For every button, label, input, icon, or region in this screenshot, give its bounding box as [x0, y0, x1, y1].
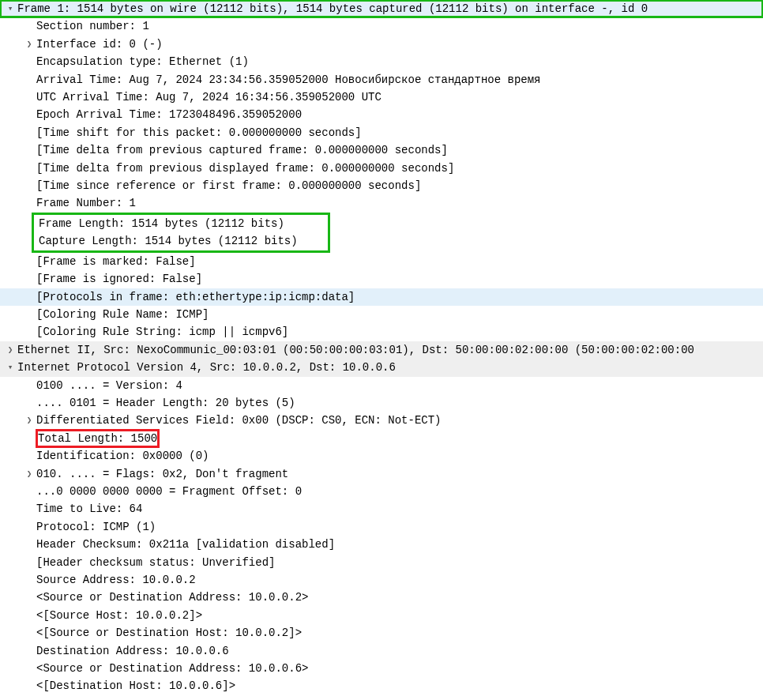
tree-item-selected[interactable]: [Protocols in frame: eth:ethertype:ip:ic…	[0, 288, 763, 306]
frame-summary: Frame 1: 1514 bytes on wire (12112 bits)…	[17, 2, 648, 15]
tree-item-ipv4[interactable]: ▾ Internet Protocol Version 4, Src: 10.0…	[0, 359, 763, 376]
field-ip-dsfield: Differentiated Services Field: 0x00 (DSC…	[36, 414, 441, 427]
tree-item[interactable]: UTC Arrival Time: Aug 7, 2024 16:34:56.3…	[0, 88, 763, 106]
field-encapsulation: Encapsulation type: Ethernet (1)	[36, 55, 249, 68]
field-ip-identification: Identification: 0x0000 (0)	[36, 450, 209, 462]
field-ip-flags: 010. .... = Flags: 0x2, Don't fragment	[36, 468, 288, 480]
chevron-right-icon[interactable]: ❯	[24, 467, 35, 481]
field-ip-src-or-dst-addr: <Source or Destination Address: 10.0.0.2…	[36, 591, 308, 604]
chevron-right-icon[interactable]: ❯	[24, 37, 35, 51]
field-ip-fragment-offset: ...0 0000 0000 0000 = Fragment Offset: 0	[36, 485, 302, 498]
tree-item[interactable]: [Coloring Rule Name: ICMP]	[0, 306, 763, 323]
chevron-down-icon[interactable]: ▾	[5, 2, 16, 16]
field-time-shift: [Time shift for this packet: 0.000000000…	[36, 126, 362, 139]
tree-item-frame[interactable]: ▾ Frame 1: 1514 bytes on wire (12112 bit…	[0, 0, 763, 17]
field-coloring-string: [Coloring Rule String: icmp || icmpv6]	[36, 326, 288, 338]
field-time-delta-captured: [Time delta from previous captured frame…	[36, 144, 448, 156]
tree-item-ethernet[interactable]: ❯ Ethernet II, Src: NexoCommunic_00:03:0…	[0, 341, 763, 359]
chevron-right-icon[interactable]: ❯	[24, 413, 35, 427]
chevron-down-icon[interactable]: ▾	[5, 360, 16, 374]
ethernet-summary: Ethernet II, Src: NexoCommunic_00:03:01 …	[17, 344, 694, 356]
tree-item[interactable]: Frame Number: 1	[0, 194, 763, 212]
tree-item[interactable]: [Time delta from previous captured frame…	[0, 141, 763, 159]
tree-item[interactable]: Identification: 0x0000 (0)	[0, 447, 763, 465]
field-coloring-name: [Coloring Rule Name: ICMP]	[36, 308, 209, 321]
field-frame-number: Frame Number: 1	[36, 197, 136, 209]
tree-item-interface-id[interactable]: ❯ Interface id: 0 (-)	[0, 36, 763, 53]
tree-item[interactable]: .... 0101 = Header Length: 20 bytes (5)	[0, 394, 763, 412]
field-ip-src-host: <[Source Host: 10.0.0.2]>	[36, 609, 202, 622]
tree-item[interactable]: <Source or Destination Address: 10.0.0.6…	[0, 660, 763, 677]
packet-details-pane: ▾ Frame 1: 1514 bytes on wire (12112 bit…	[0, 0, 763, 700]
field-ip-src-or-dst-host: <[Source or Destination Host: 10.0.0.2]>	[36, 627, 302, 639]
tree-item[interactable]: <[Destination Host: 10.0.0.6]>	[0, 677, 763, 694]
tree-item[interactable]: ...0 0000 0000 0000 = Fragment Offset: 0	[0, 483, 763, 500]
tree-item[interactable]: Time to Live: 64	[0, 500, 763, 517]
field-interface-id: Interface id: 0 (-)	[36, 38, 163, 51]
tree-item[interactable]: Total Length: 1500	[0, 430, 763, 447]
field-frame-marked: [Frame is marked: False]	[36, 255, 196, 268]
field-ip-dst-host: <[Destination Host: 10.0.0.6]>	[36, 679, 235, 692]
field-ip-protocol: Protocol: ICMP (1)	[36, 521, 156, 533]
tree-item[interactable]: Header Checksum: 0x211a [validation disa…	[0, 536, 763, 553]
tree-item[interactable]: [Time shift for this packet: 0.000000000…	[0, 124, 763, 141]
field-ip-header-length: .... 0101 = Header Length: 20 bytes (5)	[36, 397, 295, 409]
field-ip-ttl: Time to Live: 64	[36, 502, 142, 515]
field-time-delta-displayed: [Time delta from previous displayed fram…	[36, 162, 454, 175]
field-frame-ignored: [Frame is ignored: False]	[36, 273, 202, 285]
field-ip-src-or-dst-addr: <Source or Destination Address: 10.0.0.6…	[36, 662, 308, 675]
field-epoch-arrival-time: Epoch Arrival Time: 1723048496.359052000	[36, 108, 302, 121]
tree-item[interactable]: Arrival Time: Aug 7, 2024 23:34:56.35905…	[0, 71, 763, 88]
tree-item[interactable]: [Time since reference or first frame: 0.…	[0, 177, 763, 194]
tree-item[interactable]: [Time delta from previous displayed fram…	[0, 160, 763, 177]
highlight-box-frame-length: Frame Length: 1514 bytes (12112 bits) Ca…	[32, 213, 330, 253]
field-ip-checksum: Header Checksum: 0x211a [validation disa…	[36, 538, 335, 551]
tree-item[interactable]: Protocol: ICMP (1)	[0, 518, 763, 536]
tree-item[interactable]: Capture Length: 1514 bytes (12112 bits)	[39, 232, 328, 250]
tree-item[interactable]: Source Address: 10.0.0.2	[0, 571, 763, 589]
tree-scroll[interactable]: ▾ Frame 1: 1514 bytes on wire (12112 bit…	[0, 0, 763, 700]
field-ip-src-addr: Source Address: 10.0.0.2	[36, 574, 196, 586]
field-ip-dst-addr: Destination Address: 10.0.0.6	[36, 645, 229, 657]
field-ip-checksum-status: [Header checksum status: Unverified]	[36, 556, 275, 569]
field-utc-arrival-time: UTC Arrival Time: Aug 7, 2024 16:34:56.3…	[36, 91, 382, 103]
tree-item[interactable]: [Frame is marked: False]	[0, 253, 763, 270]
tree-item[interactable]: <[Source or Destination Host: 10.0.0.2]>	[0, 624, 763, 642]
tree-item-flags[interactable]: ❯ 010. .... = Flags: 0x2, Don't fragment	[0, 465, 763, 483]
field-protocols: [Protocols in frame: eth:ethertype:ip:ic…	[36, 291, 355, 303]
ip-summary: Internet Protocol Version 4, Src: 10.0.0…	[17, 361, 396, 374]
tree-item[interactable]: <[Source Host: 10.0.0.2]>	[0, 607, 763, 624]
tree-item[interactable]: Section number: 1	[0, 17, 763, 35]
tree-item[interactable]: [Coloring Rule String: icmp || icmpv6]	[0, 323, 763, 341]
field-ip-version: 0100 .... = Version: 4	[36, 379, 182, 392]
tree-item[interactable]: <Source or Destination Address: 10.0.0.2…	[0, 589, 763, 606]
tree-item[interactable]: 0100 .... = Version: 4	[0, 377, 763, 394]
field-capture-length: Capture Length: 1514 bytes (12112 bits)	[39, 235, 298, 247]
tree-item[interactable]: Frame Length: 1514 bytes (12112 bits)	[39, 215, 328, 232]
tree-item[interactable]: Epoch Arrival Time: 1723048496.359052000	[0, 106, 763, 123]
tree-item[interactable]: [Header checksum status: Unverified]	[0, 554, 763, 571]
tree-item-dsfield[interactable]: ❯ Differentiated Services Field: 0x00 (D…	[0, 412, 763, 429]
field-frame-length: Frame Length: 1514 bytes (12112 bits)	[39, 217, 284, 230]
field-ip-total-length: Total Length: 1500	[38, 432, 157, 445]
chevron-right-icon[interactable]: ❯	[5, 343, 16, 357]
field-arrival-time: Arrival Time: Aug 7, 2024 23:34:56.35905…	[36, 73, 541, 86]
tree-item[interactable]: Encapsulation type: Ethernet (1)	[0, 53, 763, 70]
tree-item[interactable]: [Frame is ignored: False]	[0, 270, 763, 288]
tree-item[interactable]: Destination Address: 10.0.0.6	[0, 642, 763, 660]
field-time-since-ref: [Time since reference or first frame: 0.…	[36, 179, 421, 192]
highlight-box-total-length: Total Length: 1500	[36, 430, 159, 447]
field-section-number: Section number: 1	[36, 20, 149, 32]
